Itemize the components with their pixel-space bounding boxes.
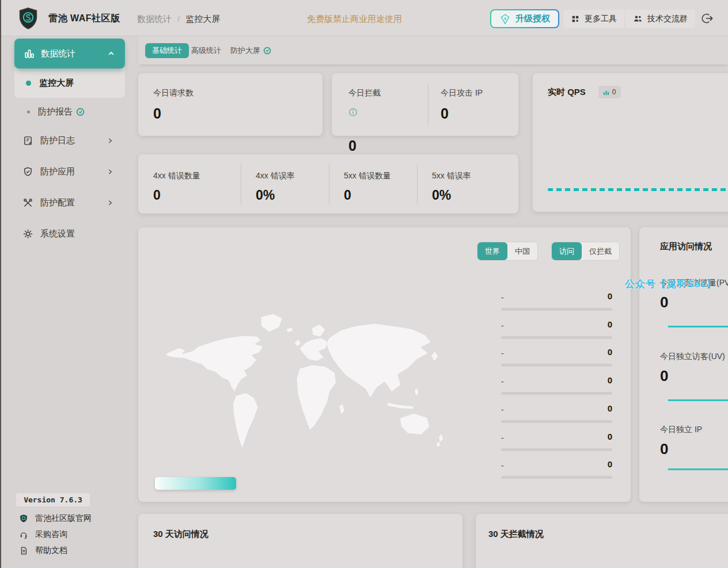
continent-north-america	[165, 336, 263, 392]
mode-option-blocked[interactable]: 仅拦截	[582, 242, 619, 260]
ranking-value: 0	[608, 347, 612, 357]
chevron-right-icon	[107, 200, 113, 206]
chevron-up-icon	[108, 50, 115, 57]
sidebar-scrollbar[interactable]	[0, 0, 1, 568]
gear-icon	[22, 228, 33, 239]
sidebar-link-official-site[interactable]: 雷池社区版官网	[19, 512, 92, 525]
today-attack-ip-label: 今日攻击 IP	[441, 88, 483, 98]
ranking-bar-track	[501, 448, 612, 451]
upgrade-license-button[interactable]: 升级授权	[490, 9, 559, 28]
error-4xx-rate-label: 4xx 错误率	[256, 171, 295, 181]
card-realtime-qps: 实时 QPS 0	[533, 73, 728, 212]
tab-screen-label: 防护大屏	[230, 45, 260, 56]
sidebar-item-protected-apps[interactable]: 防护应用	[14, 160, 125, 183]
info-icon[interactable]	[348, 108, 358, 117]
tab-basic-stats[interactable]: 基础统计	[145, 43, 189, 58]
mini-bars-icon	[603, 89, 609, 96]
app-title: 雷池 WAF社区版	[48, 13, 120, 25]
ranking-row: - 0	[501, 341, 612, 369]
island-madagascar	[339, 403, 344, 414]
island-new-zealand	[437, 434, 443, 447]
ranking-value: 0	[608, 403, 612, 413]
logout-icon[interactable]	[700, 12, 713, 25]
sidebar-link-label: 帮助文档	[35, 546, 67, 556]
license-warning-text: 免费版禁止商业用途使用	[307, 14, 402, 25]
sidebar: 数据统计 监控大屏 防护报告	[0, 36, 134, 568]
ranking-bar-track	[501, 336, 612, 339]
error-4xx-count-value: 0	[153, 188, 161, 203]
ranking-row: - 0	[501, 453, 612, 481]
community-group-button[interactable]: 技术交流群	[625, 10, 695, 28]
breadcrumb-separator: /	[177, 14, 180, 24]
sidebar-item-protection-report[interactable]: 防护报告	[14, 100, 125, 123]
breadcrumb: 数据统计/监控大屏	[137, 14, 220, 25]
people-group-icon	[633, 14, 643, 24]
ranking-row: - 0	[501, 285, 612, 313]
error-4xx-rate-value: 0%	[256, 188, 275, 203]
card-divider	[428, 83, 429, 126]
stats-tab-strip: 基础统计 高级统计 防护大屏	[138, 36, 728, 64]
sidebar-link-help-docs[interactable]: 帮助文档	[19, 544, 67, 557]
ranking-bar-track	[501, 308, 612, 311]
islands-indonesia	[387, 402, 414, 409]
unique-ip-label: 今日独立 IP	[660, 425, 702, 435]
sidebar-item-protection-config[interactable]: 防护配置	[14, 191, 125, 214]
mode-option-visits[interactable]: 访问	[552, 242, 582, 260]
app-root: 雷池 WAF社区版 数据统计/监控大屏 免费版禁止商业用途使用 升级授权	[0, 0, 728, 568]
card-error-stats: 4xx 错误数量 0 4xx 错误率 0% 5xx 错误数量 0 5xx 错误率…	[138, 154, 518, 214]
region-option-china[interactable]: 中国	[507, 242, 537, 260]
map-heat-legend	[155, 477, 236, 490]
more-tools-button[interactable]: 更多工具	[563, 10, 624, 28]
unique-ip-underline	[668, 468, 728, 470]
today-attack-ip-value: 0	[441, 105, 449, 122]
ranking-name: -	[501, 377, 504, 386]
sidebar-item-label: 防护应用	[40, 166, 75, 177]
today-requests-label: 今日请求数	[153, 88, 194, 98]
today-requests-value: 0	[153, 105, 161, 122]
sidebar-item-label: 监控大屏	[39, 78, 74, 89]
sidebar-item-protection-logs[interactable]: 防护日志	[14, 129, 125, 152]
sidebar-item-monitor-screen[interactable]: 监控大屏	[14, 71, 125, 94]
ranking-name: -	[501, 461, 504, 470]
island-japan	[431, 352, 438, 361]
pv-value: 0	[660, 293, 668, 311]
island-uk	[294, 340, 301, 347]
pv-underline	[668, 326, 728, 327]
ranking-row: - 0	[501, 397, 612, 425]
continent-asia	[327, 323, 431, 398]
sidebar-group-data-stats[interactable]: 数据统计	[14, 39, 125, 68]
blocks-30d-title: 30 天拦截情况	[488, 529, 544, 540]
sidebar-link-label: 雷池社区版官网	[35, 513, 92, 524]
app-logo-shield-icon	[17, 7, 39, 30]
tab-advanced-stats[interactable]: 高级统计	[191, 43, 221, 58]
card-today-requests: 今日请求数 0	[138, 73, 323, 136]
headset-icon	[19, 530, 28, 539]
error-4xx-count-label: 4xx 错误数量	[153, 171, 200, 181]
sidebar-link-label: 采购咨询	[35, 529, 67, 540]
top-header: 雷池 WAF社区版 数据统计/监控大屏 免费版禁止商业用途使用 升级授权	[0, 0, 728, 36]
ranking-value: 0	[608, 319, 612, 329]
world-map-canvas[interactable]	[156, 299, 461, 466]
shield-check-icon	[22, 166, 33, 177]
sidebar-item-system-settings[interactable]: 系统设置	[14, 222, 125, 245]
breadcrumb-parent[interactable]: 数据统计	[137, 14, 172, 24]
qps-badge-value: 0	[612, 88, 616, 96]
diamond-lightning-icon	[499, 13, 511, 25]
visits-30d-title: 30 天访问情况	[153, 529, 208, 540]
tab-protection-screen[interactable]: 防护大屏	[230, 43, 271, 58]
sidebar-group-label: 数据统计	[41, 48, 75, 59]
app-visits-title: 应用访问情况	[660, 241, 712, 252]
error-5xx-count-value: 0	[344, 188, 351, 203]
ranking-name: -	[501, 293, 504, 302]
map-region-toggle: 世界 中国	[477, 242, 538, 261]
uv-value: 0	[660, 367, 668, 385]
version-badge: Version 7.6.3	[16, 493, 90, 506]
pro-badge-icon	[76, 108, 85, 116]
ranking-bar-track	[501, 392, 612, 395]
sidebar-link-purchase[interactable]: 采购咨询	[19, 528, 67, 541]
region-scandinavia	[312, 324, 325, 337]
card-30d-visits: 30 天访问情况	[138, 514, 462, 568]
region-option-world[interactable]: 世界	[477, 242, 507, 260]
error-5xx-count-label: 5xx 错误数量	[344, 171, 391, 181]
ranking-bar-track	[501, 476, 612, 479]
